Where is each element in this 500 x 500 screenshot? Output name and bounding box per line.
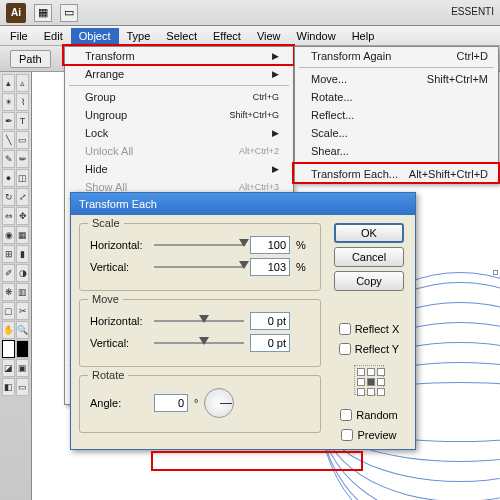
cancel-button[interactable]: Cancel	[334, 247, 404, 267]
artboard-tool[interactable]: ▢	[2, 302, 15, 320]
workspace-switcher[interactable]: ESSENTI	[451, 6, 494, 17]
submenu-item[interactable]: Rotate...	[295, 88, 498, 106]
move-group-title: Move	[88, 293, 123, 305]
gradient-tool[interactable]: ▮	[16, 245, 29, 263]
scale-vertical-label: Vertical:	[90, 261, 148, 273]
reflect-x-checkbox[interactable]: Reflect X	[339, 323, 400, 335]
bridge-icon[interactable]: ▦	[34, 4, 52, 22]
scale-horizontal-label: Horizontal:	[90, 239, 148, 251]
submenu-item[interactable]: Scale...	[295, 124, 498, 142]
scale-group: Scale Horizontal: % Vertical: %	[79, 223, 321, 291]
color-mode-icon[interactable]: ◪	[2, 359, 15, 377]
rotate-group-title: Rotate	[88, 369, 128, 381]
menu-item[interactable]: GroupCtrl+G	[65, 88, 293, 106]
transform-submenu: Transform AgainCtrl+DMove...Shift+Ctrl+M…	[294, 46, 499, 184]
move-vertical-label: Vertical:	[90, 337, 148, 349]
angle-dial[interactable]	[204, 388, 234, 418]
degree-unit: °	[194, 397, 198, 409]
eraser-tool[interactable]: ◫	[16, 169, 29, 187]
menu-view[interactable]: View	[249, 28, 289, 44]
mesh-tool[interactable]: ⊞	[2, 245, 15, 263]
zoom-tool[interactable]: 🔍	[16, 321, 29, 339]
transform-each-dialog: Transform Each Scale Horizontal: % Verti…	[70, 192, 416, 450]
menu-item[interactable]: Hide▶	[65, 160, 293, 178]
submenu-item[interactable]: Shear...	[295, 142, 498, 160]
selection-type-label: Path	[10, 50, 51, 68]
percent-unit: %	[296, 239, 310, 251]
app-toolbar: Ai ▦ ▭ ESSENTI	[0, 0, 500, 26]
draw-mode-icon[interactable]: ◧	[2, 378, 15, 396]
slice-tool[interactable]: ✂	[16, 302, 29, 320]
submenu-item[interactable]: Move...Shift+Ctrl+M	[295, 70, 498, 88]
move-group: Move Horizontal: Vertical:	[79, 299, 321, 367]
symbol-sprayer-tool[interactable]: ❋	[2, 283, 15, 301]
menu-item[interactable]: Unlock AllAlt+Ctrl+2	[65, 142, 293, 160]
rectangle-tool[interactable]: ▭	[16, 131, 29, 149]
fill-swatch[interactable]	[2, 340, 15, 358]
scale-tool[interactable]: ⤢	[16, 188, 29, 206]
move-horizontal-input[interactable]	[250, 312, 290, 330]
menu-type[interactable]: Type	[119, 28, 159, 44]
change-screen-icon[interactable]: ▭	[16, 378, 29, 396]
free-transform-tool[interactable]: ✥	[16, 207, 29, 225]
random-checkbox[interactable]: Random	[340, 409, 398, 421]
width-tool[interactable]: ⇔	[2, 207, 15, 225]
pen-tool[interactable]: ✒	[2, 112, 15, 130]
shape-builder-tool[interactable]: ◉	[2, 226, 15, 244]
menubar: File Edit Object Type Select Effect View…	[0, 26, 500, 46]
scale-vertical-slider[interactable]	[154, 266, 244, 268]
app-logo-icon: Ai	[6, 3, 26, 23]
stroke-swatch[interactable]	[16, 340, 29, 358]
move-horizontal-label: Horizontal:	[90, 315, 148, 327]
ok-button[interactable]: OK	[334, 223, 404, 243]
rotate-angle-input[interactable]	[154, 394, 188, 412]
menu-item[interactable]: Transform▶	[65, 47, 293, 65]
eyedropper-tool[interactable]: ✐	[2, 264, 15, 282]
menu-edit[interactable]: Edit	[36, 28, 71, 44]
copy-button[interactable]: Copy	[334, 271, 404, 291]
blend-tool[interactable]: ◑	[16, 264, 29, 282]
selection-tool[interactable]: ▴	[2, 74, 15, 92]
preview-checkbox[interactable]: Preview	[341, 429, 396, 441]
magic-wand-tool[interactable]: ✴	[2, 93, 15, 111]
scale-horizontal-slider[interactable]	[154, 244, 244, 246]
menu-object[interactable]: Object	[71, 28, 119, 44]
type-tool[interactable]: T	[16, 112, 29, 130]
direct-selection-tool[interactable]: ▵	[16, 74, 29, 92]
reference-point[interactable]	[354, 365, 384, 395]
tools-panel: ▴▵ ✴⌇ ✒T ╲▭ ✎✏ ●◫ ↻⤢ ⇔✥ ◉▦ ⊞▮ ✐◑ ❋▥ ▢✂ ✋…	[0, 72, 32, 500]
paintbrush-tool[interactable]: ✎	[2, 150, 15, 168]
submenu-item[interactable]: Reflect...	[295, 106, 498, 124]
submenu-item[interactable]: Transform Each...Alt+Shift+Ctrl+D	[295, 165, 498, 183]
menu-help[interactable]: Help	[344, 28, 383, 44]
submenu-item[interactable]: Transform AgainCtrl+D	[295, 47, 498, 65]
percent-unit: %	[296, 261, 310, 273]
screen-mode-icon[interactable]: ▣	[16, 359, 29, 377]
move-vertical-slider[interactable]	[154, 342, 244, 344]
blob-brush-tool[interactable]: ●	[2, 169, 15, 187]
reflect-y-checkbox[interactable]: Reflect Y	[339, 343, 399, 355]
rotate-group: Rotate Angle: °	[79, 375, 321, 433]
rotate-angle-label: Angle:	[90, 397, 148, 409]
lasso-tool[interactable]: ⌇	[16, 93, 29, 111]
menu-item[interactable]: Arrange▶	[65, 65, 293, 83]
move-vertical-input[interactable]	[250, 334, 290, 352]
menu-select[interactable]: Select	[158, 28, 205, 44]
selection-handle[interactable]	[493, 270, 498, 275]
menu-file[interactable]: File	[2, 28, 36, 44]
menu-effect[interactable]: Effect	[205, 28, 249, 44]
graph-tool[interactable]: ▥	[16, 283, 29, 301]
menu-item[interactable]: UngroupShift+Ctrl+G	[65, 106, 293, 124]
line-tool[interactable]: ╲	[2, 131, 15, 149]
menu-item[interactable]: Lock▶	[65, 124, 293, 142]
move-horizontal-slider[interactable]	[154, 320, 244, 322]
menu-window[interactable]: Window	[289, 28, 344, 44]
scale-vertical-input[interactable]	[250, 258, 290, 276]
perspective-tool[interactable]: ▦	[16, 226, 29, 244]
rotate-tool[interactable]: ↻	[2, 188, 15, 206]
hand-tool[interactable]: ✋	[2, 321, 15, 339]
scale-group-title: Scale	[88, 217, 124, 229]
arrange-docs-icon[interactable]: ▭	[60, 4, 78, 22]
scale-horizontal-input[interactable]	[250, 236, 290, 254]
pencil-tool[interactable]: ✏	[16, 150, 29, 168]
